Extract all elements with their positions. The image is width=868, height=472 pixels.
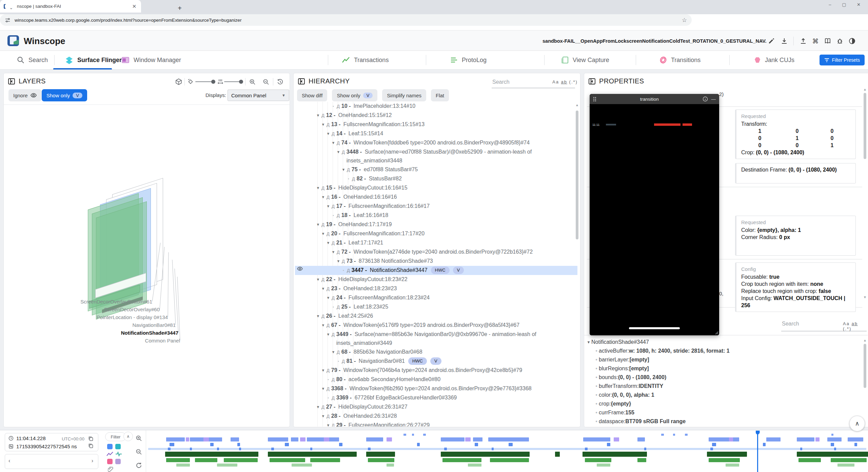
trace-toggle-sf-icon[interactable] [107,444,113,449]
zoom-out-icon[interactable] [262,78,270,85]
expand-arrow-icon[interactable]: ▼ [320,193,326,201]
trace-segment-blue[interactable] [848,437,863,441]
hierarchy-node-72[interactable]: ▼Д72 - WindowToken{a2746de type=2040 and… [295,248,577,257]
tab-view-capture[interactable]: View Capture [561,51,609,69]
trace-segment-blue[interactable] [473,437,482,441]
expand-arrow-icon[interactable]: ▼ [320,321,326,330]
property-blurRegions[interactable]: •blurRegions: [empty] [586,364,861,373]
trace-toggle-ecg-icon[interactable] [115,451,122,457]
scrollbar-up-arrow[interactable]: ▲ [863,338,867,342]
rotation-slider-knob[interactable] [211,80,215,84]
expand-arrow-icon[interactable]: ▼ [315,220,321,229]
attachment-icon[interactable] [108,466,114,472]
trace-segment-green[interactable] [798,458,821,462]
expand-arrow-icon[interactable]: ▼ [320,366,326,375]
property-dataspace[interactable]: •dataspace: BT709 sRGB Full range [586,417,861,426]
trace-segment-dark-green[interactable] [555,452,560,457]
transition-viewer-popup[interactable]: transition — 11:11 [590,94,719,335]
hierarchy-node-3449[interactable]: ▼Д3449 - Surface(name=885b63e Navigation… [295,330,577,348]
show-only-v-toggle[interactable]: Show onlyV [332,89,377,101]
filter-chip[interactable]: Filter [105,432,126,441]
zoom-in-icon[interactable] [249,78,256,85]
expand-arrow-icon[interactable]: ▼ [320,412,326,420]
trace-segment-dark-green[interactable] [707,452,747,457]
window-controls[interactable]: – ▢ ✕ [829,2,865,7]
show-diff-toggle[interactable]: Show diff [297,89,327,101]
simplify-names-toggle[interactable]: Simplify names [382,89,426,101]
expand-arrow-icon[interactable]: ▼ [326,238,331,247]
property-crop[interactable]: •crop: {empty} [586,399,861,408]
trace-segment-green[interactable] [166,458,190,462]
browser-tab[interactable]: Winscope | sandbox-FAI ✕ [0,0,141,13]
scroll-left-icon[interactable]: ‹ [8,458,10,464]
trace-segment-blue[interactable] [291,437,298,441]
expand-arrow-icon[interactable]: ▼ [326,330,331,339]
trace-segment-purple[interactable] [186,437,189,441]
trace-segment-purple[interactable] [614,437,619,441]
property-bounds[interactable]: •bounds: (0, 0) - (1080, 2400) [586,373,861,382]
property-color[interactable]: •color: (0, 0, 0), alpha: 1 [586,391,861,399]
trace-segment-pale-ticks[interactable] [644,448,646,450]
trace-segment-blue[interactable] [268,437,288,441]
tab-window-manager[interactable]: Window Manager [121,51,181,69]
expand-arrow-icon[interactable]: ▼ [315,275,321,284]
trace-segment-royal[interactable] [237,443,240,446]
tab-jank-cujs[interactable]: Jank CUJs [754,51,794,69]
hierarchy-node-15[interactable]: ▼Д15 - HideDisplayCutout:16:16#15 [295,183,577,193]
hierarchy-node-17[interactable]: ▼Д17 - FullscreenMagnification:16:16#17 [295,202,577,211]
trace-segment-pale-line[interactable] [148,448,866,450]
expand-arrow-icon[interactable]: ▼ [336,257,341,266]
expand-arrow-icon[interactable]: ▼ [315,111,321,120]
copy-icon[interactable] [88,436,93,441]
hierarchy-node-3369[interactable]: •Д3369 - 67726bf EdgeBackGestureHandler0… [295,393,577,402]
trace-segment-blue[interactable] [166,437,185,441]
hierarchy-node-3448[interactable]: ▼Д3448 - Surface(name=ed70f88 StatusBar)… [295,148,577,165]
property-activeBuffer[interactable]: •activeBuffer: w: 1080, h: 2400, stride:… [586,347,861,355]
layer-label[interactable]: PointerLocation - display 0#134 [97,314,168,320]
upload-icon[interactable] [799,37,808,45]
hierarchy-node-28[interactable]: ▼Д28 - OneHanded:26:31#28 [295,412,577,421]
timeline-cursor[interactable] [757,431,758,472]
ignore-toggle[interactable]: Ignore [8,89,41,101]
trace-toggle-cuj-icon[interactable] [115,459,121,464]
trace-segment-light-green[interactable] [726,464,739,467]
hierarchy-node-80[interactable]: •Д80 - ace6abb SecondaryHomeHandle0#80 [295,375,577,384]
trace-segment-royal[interactable] [712,443,716,446]
trace-segment-pale-ticks[interactable] [492,448,494,450]
expand-arrow-icon[interactable]: ▼ [331,248,336,256]
trace-segment-green[interactable] [442,458,481,462]
expand-arrow-icon[interactable]: ▼ [331,138,336,147]
new-tab-button[interactable]: + [175,3,184,13]
trace-segment-pale-ticks[interactable] [217,448,219,450]
trace-segment-light-green[interactable] [176,464,190,467]
expand-arrow-icon[interactable]: ▼ [326,202,331,211]
hierarchy-node-67[interactable]: ▼Д67 - WindowToken{e5176f9 type=2019 and… [295,321,577,330]
trace-segment-purple[interactable] [465,437,471,441]
trace-segment-pale-ticks[interactable] [190,448,192,450]
layer-label[interactable]: NavigationBar0#81 [132,322,176,328]
copy-icon[interactable] [88,443,93,448]
trace-segment-ticks-top[interactable] [831,434,833,436]
collapse-panel-icon[interactable] [588,78,596,85]
scrollbar-up-arrow[interactable]: ▲ [863,87,867,91]
collapse-panel-icon[interactable] [8,78,15,85]
trace-toggle-transitions-icon[interactable] [107,459,113,464]
trace-segment-dark-green[interactable] [165,452,258,457]
hierarchy-node-14[interactable]: ▼Д14 - Leaf:15:15#14 [295,129,577,138]
hierarchy-node-12[interactable]: ▼Д12 - OneHanded:15:15#12 [295,111,577,120]
trace-segment-purple[interactable] [300,437,305,441]
trace-segment-blue[interactable] [307,437,339,441]
trace-segment-ticks-top[interactable] [685,434,688,436]
properties-search-input[interactable]: Search [782,321,799,327]
trace-segment-pale-ticks[interactable] [310,448,312,450]
trace-segment-green[interactable] [637,458,646,462]
tab-close-icon[interactable]: ✕ [131,3,138,10]
site-settings-icon[interactable] [5,17,11,23]
trace-segment-royal[interactable] [170,443,174,446]
hierarchy-node-29[interactable]: ▼Д29 - FullscreenMagnification:26:27#29 [295,421,577,427]
timeline-zoom-out-icon[interactable] [135,448,142,455]
hierarchy-node-26[interactable]: ▼Д26 - Leaf:24:25#26 [295,312,577,321]
tab-search-button[interactable]: ⌄ [5,3,17,12]
show-only-v-toggle[interactable]: Show onlyV [42,89,87,101]
tab-protolog[interactable]: ProtoLog [450,51,487,69]
